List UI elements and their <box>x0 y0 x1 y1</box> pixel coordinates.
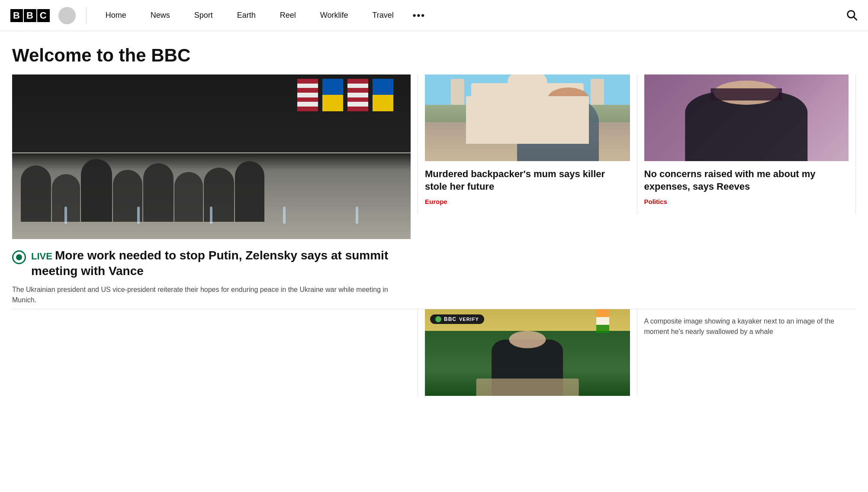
article-image-reeves <box>644 74 849 161</box>
feature-summary: The Ukrainian president and US vice-pres… <box>12 285 411 305</box>
svg-line-1 <box>854 17 856 19</box>
article-image-trump: BBC BBC VERIFY VERIFY <box>425 309 630 396</box>
bbc-verify-badge: BBC BBC VERIFY VERIFY <box>430 314 484 324</box>
feature-article[interactable]: LIVE More work needed to stop Putin, Zel… <box>12 74 418 309</box>
nav-item-home[interactable]: Home <box>93 11 138 20</box>
nav-item-news[interactable]: News <box>138 11 182 20</box>
logo-c: C <box>37 9 50 22</box>
article-category-europe[interactable]: Europe <box>425 198 447 205</box>
feature-bottom <box>12 309 418 396</box>
live-indicator: LIVE More work needed to stop Putin, Zel… <box>12 248 411 279</box>
feature-image <box>12 74 411 239</box>
article-headline-backpacker: Murdered backpacker's mum says killer st… <box>425 168 630 193</box>
header-divider <box>86 7 87 24</box>
nav-more-button[interactable]: ••• <box>406 10 432 21</box>
article-image-taj <box>425 74 630 161</box>
nav-item-sport[interactable]: Sport <box>182 11 225 20</box>
search-icon[interactable] <box>845 9 858 23</box>
logo-b2: B <box>24 9 36 22</box>
verify-dot <box>435 316 441 322</box>
article-card-backpacker[interactable]: Murdered backpacker's mum says killer st… <box>418 74 637 214</box>
nav-item-reel[interactable]: Reel <box>268 11 308 20</box>
nav-item-earth[interactable]: Earth <box>225 11 268 20</box>
welcome-section: Welcome to the BBC <box>0 31 868 74</box>
article-card-whale[interactable]: A composite image showing a kayaker next… <box>637 309 856 396</box>
welcome-title: Welcome to the BBC <box>12 45 856 66</box>
live-label: LIVE <box>31 251 55 262</box>
bottom-grid: BBC BBC VERIFY VERIFY A composite image … <box>0 309 868 396</box>
feature-headline: More work needed to stop Putin, Zelensky… <box>31 249 388 278</box>
site-header: B B C Home News Sport Earth Reel Worklif… <box>0 0 868 31</box>
logo-b1: B <box>10 9 23 22</box>
article-text-whale: A composite image showing a kayaker next… <box>644 316 849 337</box>
user-avatar[interactable] <box>58 7 76 24</box>
article-headline-reeves: No concerns raised with me about my expe… <box>644 168 849 193</box>
live-badge-section: LIVE More work needed to stop Putin, Zel… <box>12 239 411 309</box>
nav-item-worklife[interactable]: Worklife <box>308 11 360 20</box>
main-nav: Home News Sport Earth Reel Worklife Trav… <box>93 10 842 21</box>
live-icon <box>12 250 26 264</box>
article-card-reeves[interactable]: No concerns raised with me about my expe… <box>637 74 856 214</box>
article-card-trump[interactable]: BBC BBC VERIFY VERIFY <box>418 309 637 396</box>
verify-text: VERIFY <box>459 317 479 322</box>
bbc-logo[interactable]: B B C <box>10 9 50 22</box>
nav-item-travel[interactable]: Travel <box>360 11 405 20</box>
main-grid: LIVE More work needed to stop Putin, Zel… <box>0 74 868 309</box>
article-category-politics[interactable]: Politics <box>644 198 667 205</box>
